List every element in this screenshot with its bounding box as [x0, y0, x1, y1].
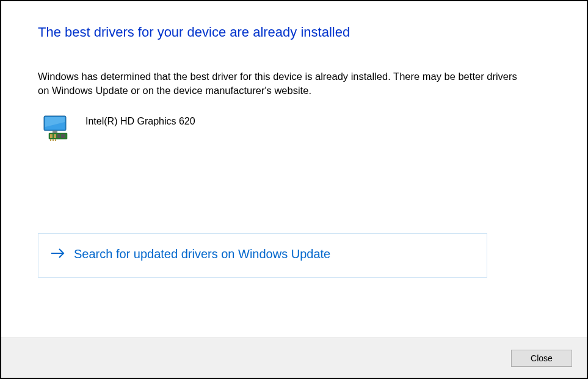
dialog-content: The best drivers for your device are alr…: [1, 1, 587, 337]
svg-rect-6: [57, 134, 60, 138]
svg-rect-8: [50, 139, 51, 141]
dialog-heading: The best drivers for your device are alr…: [38, 24, 550, 40]
arrow-right-icon: [51, 248, 65, 261]
svg-rect-2: [53, 131, 57, 133]
svg-rect-9: [53, 139, 54, 141]
device-name: Intel(R) HD Graphics 620: [85, 115, 195, 127]
dialog-description: Windows has determined that the best dri…: [38, 70, 526, 98]
device-row: Intel(R) HD Graphics 620: [43, 115, 550, 142]
svg-rect-4: [50, 134, 53, 138]
svg-rect-10: [55, 139, 56, 141]
search-windows-update-link[interactable]: Search for updated drivers on Windows Up…: [38, 233, 487, 278]
display-adapter-icon: [43, 115, 72, 142]
action-label: Search for updated drivers on Windows Up…: [74, 247, 330, 261]
driver-update-dialog: The best drivers for your device are alr…: [0, 0, 588, 379]
dialog-button-bar: Close: [1, 337, 587, 378]
svg-rect-5: [54, 134, 56, 138]
close-button[interactable]: Close: [511, 350, 572, 367]
svg-rect-7: [61, 134, 65, 138]
